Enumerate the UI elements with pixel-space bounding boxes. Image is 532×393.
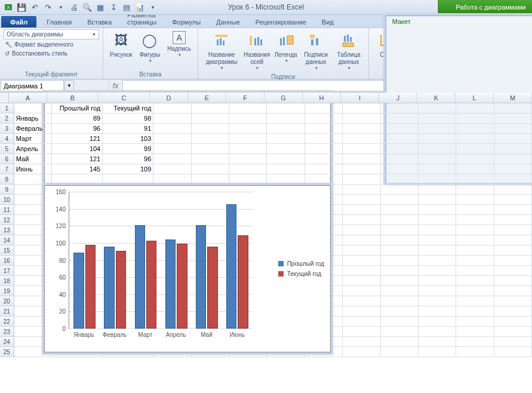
column-header-K[interactable]: K [417, 93, 456, 103]
cell[interactable] [267, 144, 305, 154]
sort-icon[interactable]: ↧ [107, 1, 119, 13]
cell[interactable] [381, 144, 419, 154]
cell[interactable] [267, 113, 305, 124]
bar-series1[interactable] [238, 235, 248, 328]
cell[interactable] [419, 174, 456, 185]
cell[interactable] [494, 103, 532, 113]
row-header[interactable]: 12 [0, 215, 14, 225]
cell[interactable] [456, 164, 494, 174]
column-header-C[interactable]: C [99, 93, 150, 103]
cell[interactable] [494, 256, 532, 266]
row-header[interactable]: 23 [0, 327, 14, 337]
cell[interactable] [494, 164, 532, 174]
cell[interactable] [419, 113, 456, 124]
name-box-dropdown[interactable]: ▼ [64, 80, 74, 91]
cell[interactable] [343, 174, 380, 185]
column-header-D[interactable]: D [150, 93, 188, 103]
row-header[interactable]: 9 [0, 185, 14, 195]
cell[interactable] [381, 164, 419, 174]
cell[interactable]: 104 [52, 144, 103, 154]
cell[interactable] [381, 113, 419, 124]
data-labels-button[interactable]: Подписи данных▾ [300, 29, 332, 72]
cell[interactable] [153, 124, 191, 134]
cell[interactable] [494, 327, 532, 337]
cell[interactable] [192, 113, 229, 124]
row-header[interactable]: 22 [0, 317, 14, 327]
cell[interactable] [456, 266, 494, 276]
cell[interactable] [456, 317, 494, 327]
cell[interactable] [494, 195, 532, 205]
column-header-L[interactable]: L [456, 93, 494, 103]
cell[interactable] [343, 134, 380, 144]
cell[interactable]: 145 [52, 164, 103, 174]
cell[interactable] [229, 124, 267, 134]
cell[interactable] [103, 174, 153, 185]
cell[interactable] [494, 144, 532, 154]
embedded-chart[interactable]: 020406080100120140160 ЯнварьФевральМартА… [44, 185, 331, 352]
cell[interactable] [343, 154, 380, 164]
cell[interactable] [419, 144, 456, 154]
column-header-B[interactable]: B [47, 93, 99, 103]
chart-title-button[interactable]: Название диаграммы▾ [202, 29, 241, 72]
picture-button[interactable]: 🖼Рисунок [107, 29, 136, 60]
bar-series1[interactable] [177, 244, 187, 328]
column-header-I[interactable]: I [341, 93, 379, 103]
cell[interactable] [192, 134, 229, 144]
cell[interactable] [192, 154, 229, 164]
cell[interactable]: 99 [103, 144, 153, 154]
cell[interactable] [456, 185, 494, 195]
legend-item-0[interactable]: Прошлый год [278, 260, 324, 267]
cell[interactable] [267, 103, 305, 113]
row-header[interactable]: 1 [0, 103, 14, 113]
cell[interactable] [494, 113, 532, 124]
excel-icon[interactable]: X [2, 1, 14, 13]
cell[interactable] [52, 174, 103, 185]
cell[interactable] [381, 306, 419, 317]
row-header[interactable]: 21 [0, 306, 14, 317]
cell[interactable] [381, 347, 419, 357]
cell[interactable] [419, 195, 456, 205]
cell[interactable] [419, 286, 456, 296]
column-header-J[interactable]: J [379, 93, 417, 103]
format-selection-button[interactable]: 🔧Формат выделенного [4, 41, 99, 48]
bar-series1[interactable] [116, 251, 126, 328]
cell[interactable] [456, 134, 494, 144]
cell[interactable] [14, 174, 52, 185]
cell[interactable] [153, 154, 191, 164]
column-header-A[interactable]: A [9, 93, 47, 103]
cell[interactable] [267, 174, 305, 185]
axis-titles-button[interactable]: Названия осей▾ [242, 29, 272, 72]
cell[interactable] [343, 103, 380, 113]
cell[interactable] [419, 266, 456, 276]
cell[interactable] [343, 317, 380, 327]
cell[interactable] [229, 103, 267, 113]
cell[interactable] [494, 286, 532, 296]
cell[interactable] [494, 245, 532, 256]
cell[interactable]: 121 [52, 154, 103, 164]
cell[interactable] [419, 256, 456, 266]
fx-icon[interactable]: fx [109, 79, 122, 92]
row-header[interactable]: 18 [0, 276, 14, 286]
cell[interactable] [381, 195, 419, 205]
cell[interactable] [305, 124, 343, 134]
cell[interactable] [419, 245, 456, 256]
save-icon[interactable]: 💾 [16, 1, 27, 13]
reset-style-button[interactable]: ↺Восстановить стиль [4, 50, 99, 57]
cell[interactable] [494, 225, 532, 235]
cell[interactable] [153, 103, 191, 113]
cell[interactable] [343, 124, 380, 134]
select-all-corner[interactable] [0, 93, 9, 103]
cell[interactable] [381, 185, 419, 195]
cell[interactable] [419, 235, 456, 245]
cell[interactable] [494, 306, 532, 317]
cell[interactable] [494, 124, 532, 134]
bar-series0[interactable] [104, 247, 114, 328]
cell[interactable] [419, 205, 456, 215]
bar-series0[interactable] [135, 225, 145, 328]
cell[interactable] [343, 286, 380, 296]
column-header-F[interactable]: F [226, 93, 265, 103]
cell[interactable] [343, 215, 380, 225]
cell[interactable] [381, 124, 419, 134]
cell[interactable]: 91 [103, 124, 153, 134]
row-header[interactable]: 24 [0, 337, 14, 347]
